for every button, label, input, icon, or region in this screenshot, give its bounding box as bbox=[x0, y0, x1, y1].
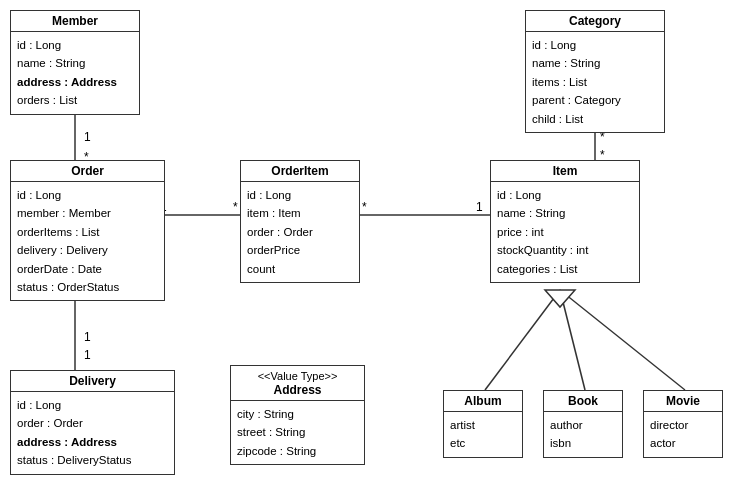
diagram: 1 * 1 1 1 * * 1 * * Member id : Long nam… bbox=[0, 0, 750, 504]
movie-field-1: director bbox=[650, 416, 716, 434]
orderitem-title: OrderItem bbox=[241, 161, 359, 182]
item-field-1: id : Long bbox=[497, 186, 633, 204]
movie-title: Movie bbox=[644, 391, 722, 412]
delivery-field-4: status : DeliveryStatus bbox=[17, 451, 168, 469]
address-field-1: city : String bbox=[237, 405, 358, 423]
item-field-2: name : String bbox=[497, 204, 633, 222]
item-field-4: stockQuantity : int bbox=[497, 241, 633, 259]
mult-orderitem-item-star: * bbox=[362, 200, 367, 214]
book-field-1: author bbox=[550, 416, 616, 434]
member-title: Member bbox=[11, 11, 139, 32]
movie-field-2: actor bbox=[650, 434, 716, 452]
orderitem-field-4: orderPrice bbox=[247, 241, 353, 259]
delivery-box: Delivery id : Long order : Order address… bbox=[10, 370, 175, 475]
item-body: id : Long name : String price : int stoc… bbox=[491, 182, 639, 282]
category-field-4: parent : Category bbox=[532, 91, 658, 109]
mult-order-delivery-1a: 1 bbox=[84, 330, 91, 344]
address-body: city : String street : String zipcode : … bbox=[231, 401, 364, 464]
order-field-2: member : Member bbox=[17, 204, 158, 222]
mult-order-orderitem-star: * bbox=[233, 200, 238, 214]
orderitem-field-3: order : Order bbox=[247, 223, 353, 241]
orderitem-field-1: id : Long bbox=[247, 186, 353, 204]
member-box: Member id : Long name : String address :… bbox=[10, 10, 140, 115]
album-box: Album artist etc bbox=[443, 390, 523, 458]
member-field-4: orders : List bbox=[17, 91, 133, 109]
orderitem-field-2: item : Item bbox=[247, 204, 353, 222]
movie-body: director actor bbox=[644, 412, 722, 457]
delivery-field-2: order : Order bbox=[17, 414, 168, 432]
svg-marker-10 bbox=[545, 290, 575, 307]
item-title: Item bbox=[491, 161, 639, 182]
category-field-2: name : String bbox=[532, 54, 658, 72]
album-field-2: etc bbox=[450, 434, 516, 452]
category-field-5: child : List bbox=[532, 110, 658, 128]
order-box: Order id : Long member : Member orderIte… bbox=[10, 160, 165, 301]
album-title: Album bbox=[444, 391, 522, 412]
mult-member-order-1: 1 bbox=[84, 130, 91, 144]
mult-order-delivery-1b: 1 bbox=[84, 348, 91, 362]
book-title: Book bbox=[544, 391, 622, 412]
album-field-1: artist bbox=[450, 416, 516, 434]
address-field-2: street : String bbox=[237, 423, 358, 441]
member-field-2: name : String bbox=[17, 54, 133, 72]
order-field-6: status : OrderStatus bbox=[17, 278, 158, 296]
member-field-3: address : Address bbox=[17, 73, 133, 91]
member-body: id : Long name : String address : Addres… bbox=[11, 32, 139, 114]
delivery-title: Delivery bbox=[11, 371, 174, 392]
address-box: <<Value Type>> Address city : String str… bbox=[230, 365, 365, 465]
delivery-body: id : Long order : Order address : Addres… bbox=[11, 392, 174, 474]
order-body: id : Long member : Member orderItems : L… bbox=[11, 182, 164, 300]
delivery-field-3: address : Address bbox=[17, 433, 168, 451]
category-field-3: items : List bbox=[532, 73, 658, 91]
book-box: Book author isbn bbox=[543, 390, 623, 458]
order-field-5: orderDate : Date bbox=[17, 260, 158, 278]
album-body: artist etc bbox=[444, 412, 522, 457]
svg-line-7 bbox=[485, 290, 560, 390]
item-field-3: price : int bbox=[497, 223, 633, 241]
book-body: author isbn bbox=[544, 412, 622, 457]
movie-box: Movie director actor bbox=[643, 390, 723, 458]
order-field-3: orderItems : List bbox=[17, 223, 158, 241]
order-field-1: id : Long bbox=[17, 186, 158, 204]
orderitem-body: id : Long item : Item order : Order orde… bbox=[241, 182, 359, 282]
order-title: Order bbox=[11, 161, 164, 182]
category-title: Category bbox=[526, 11, 664, 32]
order-field-4: delivery : Delivery bbox=[17, 241, 158, 259]
item-box: Item id : Long name : String price : int… bbox=[490, 160, 640, 283]
member-field-1: id : Long bbox=[17, 36, 133, 54]
orderitem-box: OrderItem id : Long item : Item order : … bbox=[240, 160, 360, 283]
category-box: Category id : Long name : String items :… bbox=[525, 10, 665, 133]
book-field-2: isbn bbox=[550, 434, 616, 452]
delivery-field-1: id : Long bbox=[17, 396, 168, 414]
address-stereotype: <<Value Type>> bbox=[258, 370, 338, 382]
address-title: <<Value Type>> Address bbox=[231, 366, 364, 401]
address-title-text: Address bbox=[273, 383, 321, 397]
svg-line-9 bbox=[560, 290, 685, 390]
orderitem-field-5: count bbox=[247, 260, 353, 278]
mult-orderitem-item-1: 1 bbox=[476, 200, 483, 214]
category-body: id : Long name : String items : List par… bbox=[526, 32, 664, 132]
address-field-3: zipcode : String bbox=[237, 442, 358, 460]
svg-line-8 bbox=[560, 290, 585, 390]
item-field-5: categories : List bbox=[497, 260, 633, 278]
category-field-1: id : Long bbox=[532, 36, 658, 54]
